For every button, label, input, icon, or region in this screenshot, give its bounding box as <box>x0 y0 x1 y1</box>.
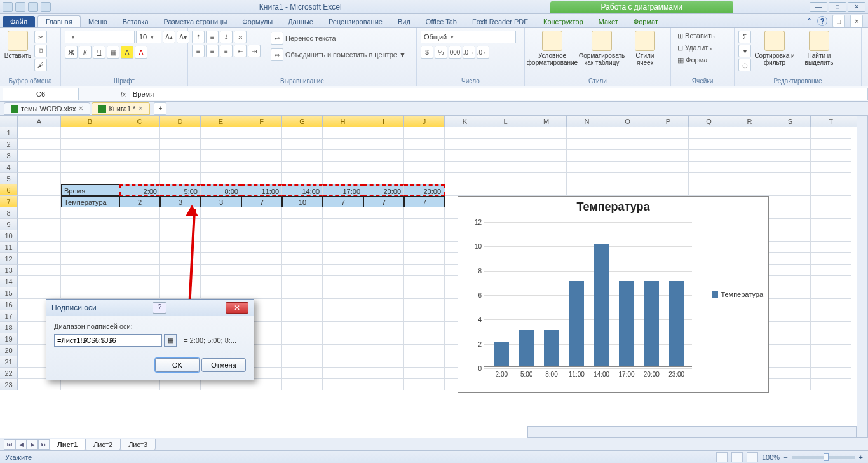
cell[interactable] <box>404 150 445 162</box>
sheet-nav-prev-icon[interactable]: ◀ <box>15 439 27 450</box>
cell[interactable] <box>282 162 323 173</box>
cell[interactable] <box>404 219 445 230</box>
row-header[interactable]: 20 <box>0 345 18 356</box>
cell[interactable] <box>363 230 404 242</box>
col-header[interactable]: P <box>648 116 689 127</box>
cell[interactable] <box>61 242 119 253</box>
cell[interactable] <box>770 150 811 162</box>
cell[interactable] <box>160 139 201 150</box>
cell[interactable] <box>648 173 689 184</box>
italic-button[interactable]: К <box>79 46 92 59</box>
cell[interactable] <box>282 242 323 253</box>
cell[interactable] <box>282 299 323 310</box>
border-icon[interactable]: ▦ <box>107 46 119 59</box>
cell[interactable] <box>689 173 729 184</box>
chart-legend[interactable]: Температура <box>712 291 763 298</box>
cell[interactable] <box>160 230 201 242</box>
cell[interactable] <box>18 219 61 230</box>
chart-bar[interactable] <box>644 281 659 366</box>
col-header[interactable]: A <box>18 116 61 127</box>
tab-file[interactable]: Файл <box>3 16 35 27</box>
sheet-nav-next-icon[interactable]: ▶ <box>27 439 38 450</box>
cell[interactable] <box>404 207 445 219</box>
cell[interactable] <box>445 127 485 139</box>
cell[interactable] <box>61 230 119 242</box>
doc-tab[interactable]: Книга1 *✕ <box>92 102 150 115</box>
sheet-tab[interactable]: Лист2 <box>85 439 121 450</box>
chart-bar[interactable] <box>544 330 559 367</box>
cell[interactable] <box>770 265 811 276</box>
cell[interactable] <box>363 299 404 310</box>
chart-bar[interactable] <box>669 281 684 366</box>
dialog-help-icon[interactable]: ? <box>153 302 166 314</box>
cell[interactable] <box>282 230 323 242</box>
cell[interactable] <box>119 139 160 150</box>
col-header[interactable]: M <box>526 116 567 127</box>
range-picker-icon[interactable]: ▦ <box>164 334 177 347</box>
cell[interactable] <box>445 139 485 150</box>
cell[interactable] <box>363 162 404 173</box>
tab-menu[interactable]: Меню <box>81 16 115 27</box>
number-format-combo[interactable]: Общий▼ <box>421 31 516 43</box>
row-header[interactable]: 4 <box>0 162 18 173</box>
chart-bar[interactable] <box>594 244 609 366</box>
cell[interactable] <box>201 162 241 173</box>
cell[interactable] <box>526 150 567 162</box>
row-header[interactable]: 23 <box>0 379 18 390</box>
cell[interactable] <box>770 196 811 207</box>
cell[interactable] <box>770 379 811 390</box>
cell[interactable]: 17:00 <box>323 184 363 196</box>
align-left-icon[interactable]: ≡ <box>192 45 205 57</box>
cell[interactable] <box>282 333 323 345</box>
cell[interactable] <box>119 265 160 276</box>
cell[interactable] <box>404 139 445 150</box>
cell[interactable] <box>363 253 404 265</box>
cell[interactable] <box>404 333 445 345</box>
cell[interactable] <box>18 287 61 299</box>
cell[interactable] <box>567 184 607 196</box>
wrap-text-button[interactable]: ↩ Перенос текста <box>268 31 409 46</box>
cell[interactable] <box>485 127 526 139</box>
format-painter-icon[interactable]: 🖌 <box>34 59 47 71</box>
doc-tab[interactable]: темы WORD.xlsx✕ <box>4 102 90 115</box>
cell[interactable] <box>323 242 363 253</box>
cell[interactable] <box>811 150 851 162</box>
cell[interactable] <box>363 242 404 253</box>
dialog-close-icon[interactable]: ✕ <box>226 302 248 314</box>
cell[interactable] <box>770 127 811 139</box>
dialog-titlebar[interactable]: Подписи оси ? ✕ <box>46 300 254 316</box>
cell[interactable] <box>770 287 811 299</box>
cell[interactable] <box>323 162 363 173</box>
sheet-nav-last-icon[interactable]: ⏭ <box>38 439 50 450</box>
cell[interactable] <box>61 139 119 150</box>
tab-home[interactable]: Главная <box>37 15 81 27</box>
redo-icon[interactable] <box>41 2 51 12</box>
cell[interactable] <box>282 322 323 333</box>
cell[interactable]: Температура <box>61 196 119 207</box>
cell[interactable] <box>323 173 363 184</box>
cell[interactable] <box>485 150 526 162</box>
cell[interactable] <box>160 127 201 139</box>
merge-center-button[interactable]: ⇔ Объединить и поместить в центре ▼ <box>268 47 409 62</box>
new-tab-icon[interactable]: + <box>154 102 166 115</box>
cell[interactable]: 11:00 <box>241 184 282 196</box>
cell[interactable] <box>323 139 363 150</box>
cell[interactable] <box>323 287 363 299</box>
zoom-slider[interactable] <box>792 456 855 459</box>
cell[interactable] <box>811 299 851 310</box>
cell[interactable]: 7 <box>241 196 282 207</box>
cell-styles-button[interactable]: Стили ячеек <box>628 31 662 66</box>
cell[interactable] <box>363 139 404 150</box>
cell[interactable] <box>689 150 729 162</box>
sheet-tab[interactable]: Лист1 <box>49 439 86 450</box>
close-button[interactable]: ✕ <box>848 2 865 12</box>
cell[interactable] <box>689 184 729 196</box>
cell[interactable] <box>282 139 323 150</box>
cell[interactable] <box>363 207 404 219</box>
cell[interactable]: Время <box>61 184 119 196</box>
cell[interactable] <box>811 196 851 207</box>
cell[interactable] <box>404 310 445 322</box>
chart-title[interactable]: Температура <box>458 197 768 218</box>
format-as-table-button[interactable]: Форматировать как таблицу <box>578 31 625 66</box>
col-header[interactable]: T <box>811 116 851 127</box>
